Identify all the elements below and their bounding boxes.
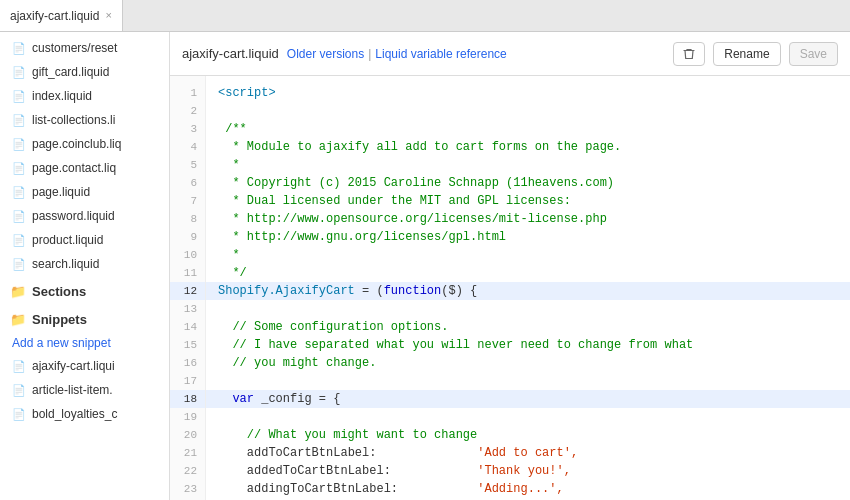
code-line: // I have separated what you will never … (206, 336, 850, 354)
line-number: 15 (170, 336, 205, 354)
sidebar-snippet-name: bold_loyalties_c (32, 407, 117, 421)
folder-icon-snippets: 📁 (10, 312, 26, 327)
code-line: * Copyright (c) 2015 Caroline Schnapp (1… (206, 174, 850, 192)
code-line: * http://www.opensource.org/licenses/mit… (206, 210, 850, 228)
line-number: 3 (170, 120, 205, 138)
file-icon: 📄 (12, 210, 26, 223)
editor-header-links: Older versions | Liquid variable referen… (287, 47, 507, 61)
code-line: // you might change. (206, 354, 850, 372)
code-line: * http://www.gnu.org/licenses/gpl.html (206, 228, 850, 246)
line-number: 18 (170, 390, 205, 408)
main-layout: 📄customers/reset📄gift_card.liquid📄index.… (0, 32, 850, 500)
sidebar-file-name: password.liquid (32, 209, 115, 223)
file-icon: 📄 (12, 66, 26, 79)
active-tab[interactable]: ajaxify-cart.liquid × (0, 0, 123, 31)
code-line (206, 372, 850, 390)
line-numbers: 1234567891011121314151617181920212223242… (170, 76, 206, 500)
trash-icon (682, 47, 696, 61)
header-actions: Rename Save (673, 42, 838, 66)
file-icon: 📄 (12, 138, 26, 151)
sidebar-file-item[interactable]: 📄search.liquid (0, 252, 169, 276)
liquid-ref-link[interactable]: Liquid variable reference (375, 47, 506, 61)
sidebar-file-name: customers/reset (32, 41, 117, 55)
file-icon: 📄 (12, 42, 26, 55)
sidebar-snippets: 📄ajaxify-cart.liqui📄article-list-item.📄b… (0, 354, 169, 426)
sidebar-file-item[interactable]: 📄password.liquid (0, 204, 169, 228)
code-line: * (206, 246, 850, 264)
tab-bar: ajaxify-cart.liquid × (0, 0, 850, 32)
file-icon: 📄 (12, 234, 26, 247)
sidebar-section-sections[interactable]: 📁 Sections (0, 276, 169, 304)
line-number: 8 (170, 210, 205, 228)
code-line: /** (206, 120, 850, 138)
link-separator: | (368, 47, 371, 61)
save-button[interactable]: Save (789, 42, 838, 66)
line-number: 7 (170, 192, 205, 210)
sidebar-section-snippets[interactable]: 📁 Snippets (0, 304, 169, 332)
tab-close-icon[interactable]: × (105, 10, 111, 21)
line-number: 17 (170, 372, 205, 390)
file-icon: 📄 (12, 90, 26, 103)
code-line: addingToCartBtnLabel: 'Adding...', (206, 480, 850, 498)
sidebar-file-item[interactable]: 📄list-collections.li (0, 108, 169, 132)
sidebar-file-name: index.liquid (32, 89, 92, 103)
code-line (206, 408, 850, 426)
code-line: * Module to ajaxify all add to cart form… (206, 138, 850, 156)
sidebar: 📄customers/reset📄gift_card.liquid📄index.… (0, 32, 170, 500)
sidebar-snippet-name: ajaxify-cart.liqui (32, 359, 115, 373)
tab-label: ajaxify-cart.liquid (10, 9, 99, 23)
line-number: 16 (170, 354, 205, 372)
older-versions-link[interactable]: Older versions (287, 47, 364, 61)
code-line: Shopify.AjaxifyCart = (function($) { (206, 282, 850, 300)
editor-area: ajaxify-cart.liquid Older versions | Liq… (170, 32, 850, 500)
sidebar-file-name: search.liquid (32, 257, 99, 271)
code-line: <script> (206, 84, 850, 102)
line-number: 22 (170, 462, 205, 480)
line-number: 2 (170, 102, 205, 120)
code-line: * Dual licensed under the MIT and GPL li… (206, 192, 850, 210)
sidebar-snippet-item[interactable]: 📄article-list-item. (0, 378, 169, 402)
line-number: 11 (170, 264, 205, 282)
sidebar-file-item[interactable]: 📄page.contact.liq (0, 156, 169, 180)
sidebar-file-item[interactable]: 📄page.liquid (0, 180, 169, 204)
sidebar-file-item[interactable]: 📄gift_card.liquid (0, 60, 169, 84)
code-editor[interactable]: 1234567891011121314151617181920212223242… (170, 76, 850, 500)
sidebar-file-name: page.coinclub.liq (32, 137, 121, 151)
file-icon: 📄 (12, 186, 26, 199)
sidebar-file-name: page.contact.liq (32, 161, 116, 175)
code-content: 1234567891011121314151617181920212223242… (170, 76, 850, 500)
sidebar-file-name: page.liquid (32, 185, 90, 199)
line-number: 5 (170, 156, 205, 174)
snippets-label: Snippets (32, 312, 87, 327)
file-icon: 📄 (12, 360, 26, 373)
editor-filename: ajaxify-cart.liquid (182, 46, 279, 61)
sidebar-file-item[interactable]: 📄page.coinclub.liq (0, 132, 169, 156)
code-line (206, 102, 850, 120)
code-line (206, 300, 850, 318)
sidebar-snippet-item[interactable]: 📄bold_loyalties_c (0, 402, 169, 426)
sidebar-snippet-item[interactable]: 📄ajaxify-cart.liqui (0, 354, 169, 378)
code-lines: <script> /** * Module to ajaxify all add… (206, 76, 850, 500)
sidebar-file-item[interactable]: 📄index.liquid (0, 84, 169, 108)
line-number: 9 (170, 228, 205, 246)
line-number: 14 (170, 318, 205, 336)
line-number: 21 (170, 444, 205, 462)
trash-button[interactable] (673, 42, 705, 66)
code-line: */ (206, 264, 850, 282)
file-icon: 📄 (12, 384, 26, 397)
line-number: 1 (170, 84, 205, 102)
line-number: 10 (170, 246, 205, 264)
code-line: // Some configuration options. (206, 318, 850, 336)
rename-button[interactable]: Rename (713, 42, 780, 66)
sidebar-file-item[interactable]: 📄customers/reset (0, 36, 169, 60)
add-snippet-link[interactable]: Add a new snippet (0, 332, 169, 354)
file-icon: 📄 (12, 162, 26, 175)
code-line: var _config = { (206, 390, 850, 408)
line-number: 13 (170, 300, 205, 318)
code-line: * (206, 156, 850, 174)
line-number: 4 (170, 138, 205, 156)
sidebar-file-item[interactable]: 📄product.liquid (0, 228, 169, 252)
editor-header: ajaxify-cart.liquid Older versions | Liq… (170, 32, 850, 76)
sidebar-file-name: gift_card.liquid (32, 65, 109, 79)
code-line: // What you might want to change (206, 426, 850, 444)
